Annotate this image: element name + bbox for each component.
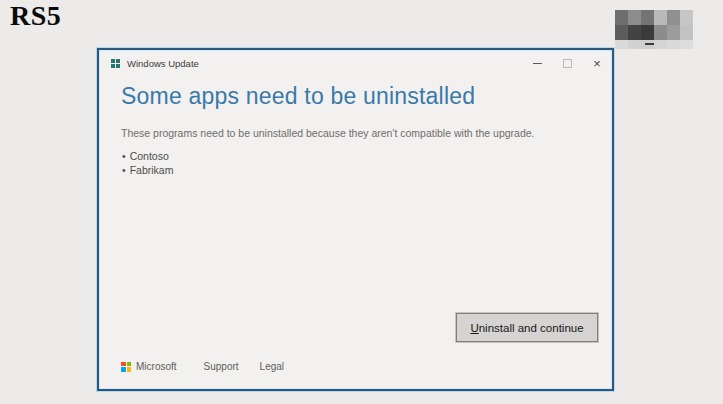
support-link[interactable]: Support: [204, 361, 239, 372]
uninstall-button-label: Uninstall and continue: [470, 322, 583, 334]
legal-link[interactable]: Legal: [260, 361, 284, 372]
redacted-dash: [645, 43, 654, 45]
app-name: Contoso: [130, 150, 169, 162]
dialog-footer: Microsoft Support Legal: [121, 361, 284, 372]
dialog-description: These programs need to be uninstalled be…: [121, 127, 535, 139]
uninstall-and-continue-button[interactable]: Uninstall and continue: [456, 313, 598, 342]
close-icon: ×: [593, 57, 601, 70]
list-item: •Fabrikam: [122, 164, 173, 178]
windows-flag-icon: [111, 59, 120, 68]
minimize-button[interactable]: [522, 50, 552, 76]
close-button[interactable]: ×: [582, 50, 612, 76]
dialog-heading: Some apps need to be uninstalled: [121, 83, 475, 110]
bullet-icon: •: [122, 150, 126, 162]
window-title: Windows Update: [127, 58, 199, 69]
page-title: RS5: [10, 0, 61, 32]
microsoft-logo-icon: [121, 362, 131, 372]
titlebar: Windows Update ×: [99, 50, 612, 76]
incompatible-apps-list: •Contoso •Fabrikam: [122, 150, 173, 177]
window-controls: ×: [522, 50, 612, 76]
maximize-icon: [563, 59, 572, 68]
windows-update-dialog: Windows Update × Some apps need to be un…: [97, 48, 614, 391]
app-name: Fabrikam: [130, 164, 174, 176]
redacted-region: [615, 10, 693, 49]
minimize-icon: [533, 63, 542, 64]
bullet-icon: •: [122, 164, 126, 176]
microsoft-brand-label: Microsoft: [136, 361, 177, 372]
maximize-button[interactable]: [552, 50, 582, 76]
list-item: •Contoso: [122, 150, 173, 164]
